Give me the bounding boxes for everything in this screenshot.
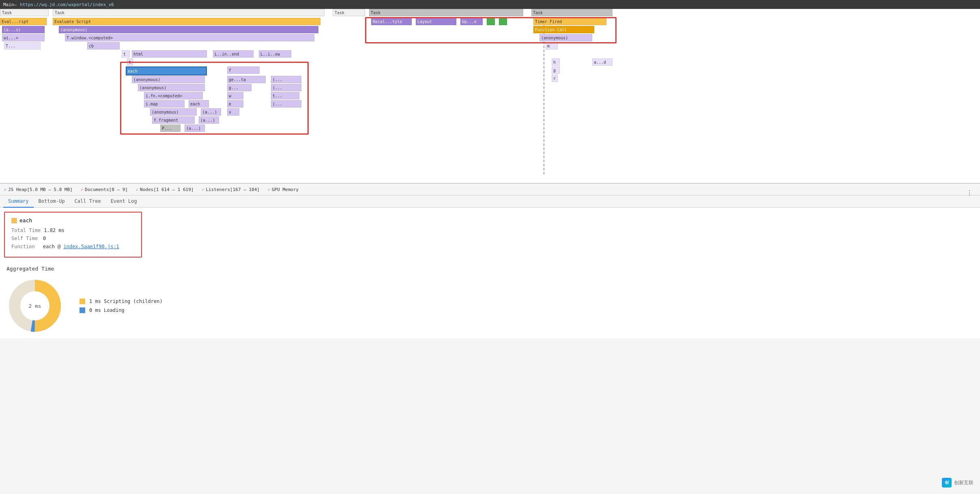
flame-block[interactable]: (... [271,84,301,91]
flame-block[interactable]: i.fn.<computed> [144,92,203,99]
task-label: Task [333,9,365,16]
flame-block[interactable]: (a...) [201,108,221,116]
function-text: each @ [43,244,64,249]
flame-block[interactable]: Up...e [460,18,483,25]
menu-icon[interactable]: ⋮ [966,189,973,197]
tab-bottom-up[interactable]: Bottom-Up [34,195,70,208]
flame-block[interactable]: ge...ta [227,76,266,83]
flame-block[interactable]: v [227,108,239,116]
legend-loading-label: 0 ms Loading [89,307,125,313]
watermark-text: 创新互联 [954,479,974,486]
flame-block[interactable]: Recal...tyle [371,18,412,25]
flame-block[interactable]: (a...) [185,125,205,132]
flame-block[interactable]: Task [531,9,612,16]
flame-block[interactable] [487,18,495,25]
self-time-value: 0 [43,236,46,241]
flame-block[interactable]: f [227,67,260,74]
flame-block[interactable]: r [552,75,558,82]
flame-block[interactable]: (anonymous) [132,76,205,83]
flame-block[interactable]: Task [369,9,523,16]
flame-block[interactable]: Eval...ript [0,18,47,25]
tab-summary[interactable]: Summary [3,195,34,208]
flame-block[interactable]: m [546,42,558,49]
aggregated-title: Aggregated Time [6,266,974,272]
flame-block[interactable]: (anonymous) [59,26,318,33]
task-label: Task [53,9,325,16]
legend-items: 1 ms Scripting (children) 0 ms Loading [80,299,163,313]
tab-call-tree[interactable]: Call Tree [70,195,106,208]
flame-block[interactable]: h [552,58,560,66]
self-time-row: Self Time 0 [11,236,135,241]
flame-block[interactable]: a...d [592,58,612,66]
flame-block[interactable]: (a...) [199,116,219,124]
flame-block[interactable]: L..in..end [213,50,254,58]
flame-block[interactable]: P... [160,125,181,132]
flame-block[interactable]: Y.fragment [152,116,195,124]
flame-block[interactable]: i.map [144,100,185,107]
aggregated-content: 2 ms 1 ms Scripting (children) 0 ms Load… [6,277,974,334]
flame-block[interactable]: T... [4,42,41,49]
flame-block[interactable]: each [189,100,209,107]
donut-chart: 2 ms [6,277,63,334]
flame-block[interactable]: (anonymous) [138,84,205,91]
title-separator: — [14,2,17,7]
flame-block[interactable]: t... [271,92,299,99]
flame-block[interactable]: (... [271,76,301,83]
summary-function-name: each [19,217,32,223]
flame-block[interactable]: w [227,92,243,99]
legend-scripting-color [80,299,85,304]
summary-icon [11,218,17,223]
flame-block[interactable]: cb [87,42,120,49]
flame-block[interactable]: t [122,50,130,58]
self-time-label: Self Time [11,236,40,241]
flame-block[interactable]: wi...> [2,34,45,41]
bottom-tabs: Summary Bottom-Up Call Tree Event Log [0,195,980,208]
flame-block[interactable]: e [227,100,243,107]
js-heap-stat[interactable]: ✓ JS Heap[5.0 MB – 5.8 MB] [4,187,73,192]
summary-panel: each Total Time 1.82 ms Self Time 0 Func… [4,212,142,258]
aggregated-section: Aggregated Time 2 ms 1 ms Scripting (chi… [0,262,980,338]
flame-block[interactable]: (... [271,100,301,107]
legend-loading: 0 ms Loading [80,307,163,313]
documents-label: Documents[8 – 9] [85,187,128,192]
flame-block[interactable]: (anonymous) [150,108,197,116]
nodes-stat[interactable]: ✓ Nodes[1 614 – 1 619] [136,187,193,192]
total-time-row: Total Time 1.82 ms [11,228,135,233]
flame-chart-container: TaskTaskTaskTaskTaskEval...riptEvaluate … [0,9,980,183]
flame-block[interactable]: t [127,58,133,66]
url-display: https://wq.jd.com/wxportal/index_v6 [17,0,977,9]
flame-block[interactable]: Function Call [533,26,594,33]
flame-block[interactable]: Layout [416,18,456,25]
total-time-value: 1.82 ms [44,228,64,233]
total-time-label: Total Time [11,228,41,233]
flame-block[interactable]: g... [227,84,251,91]
tab-event-log[interactable]: Event Log [106,195,142,208]
flame-block[interactable]: Evaluate Script [53,18,320,25]
flame-block[interactable]: html [132,50,207,58]
donut-center-label: 2 ms [28,303,41,309]
legend-scripting: 1 ms Scripting (children) [80,299,163,304]
legend-scripting-label: 1 ms Scripting (children) [89,299,163,304]
stats-bar: ✓ JS Heap[5.0 MB – 5.8 MB] ✓ Documents[8… [0,183,980,195]
flame-rows: TaskTaskTaskTaskTaskEval...riptEvaluate … [0,9,980,174]
js-heap-label: JS Heap[5.0 MB – 5.8 MB] [8,187,73,192]
listeners-label: Listeners[167 – 184] [206,187,260,192]
flame-block[interactable]: (a...s) [2,26,45,33]
title-bar: Main — https://wq.jd.com/wxportal/index_… [0,0,980,9]
function-link[interactable]: index.5aae1f90.js:1 [64,244,119,249]
gpu-memory-stat[interactable]: ✓ GPU Memory [268,187,299,192]
listeners-stat[interactable]: ✓ Listeners[167 – 184] [202,187,259,192]
function-row: Function each @ index.5aae1f90.js:1 [11,244,135,249]
title-main: Main [3,2,14,7]
flame-block[interactable]: g [552,67,560,74]
flame-block[interactable]: Timer Fired [533,18,606,25]
flame-block[interactable]: L..i..ow [259,50,291,58]
flame-block[interactable] [499,18,507,25]
watermark-icon: 创 [942,478,952,488]
flame-block[interactable]: (anonymous) [539,34,592,41]
flame-block[interactable]: T.window.<computed> [65,34,314,41]
watermark: 创 创新互联 [942,478,974,488]
legend-loading-color [80,307,85,313]
documents-stat[interactable]: ✓ Documents[8 – 9] [81,187,128,192]
flame-block[interactable]: each [126,67,207,75]
